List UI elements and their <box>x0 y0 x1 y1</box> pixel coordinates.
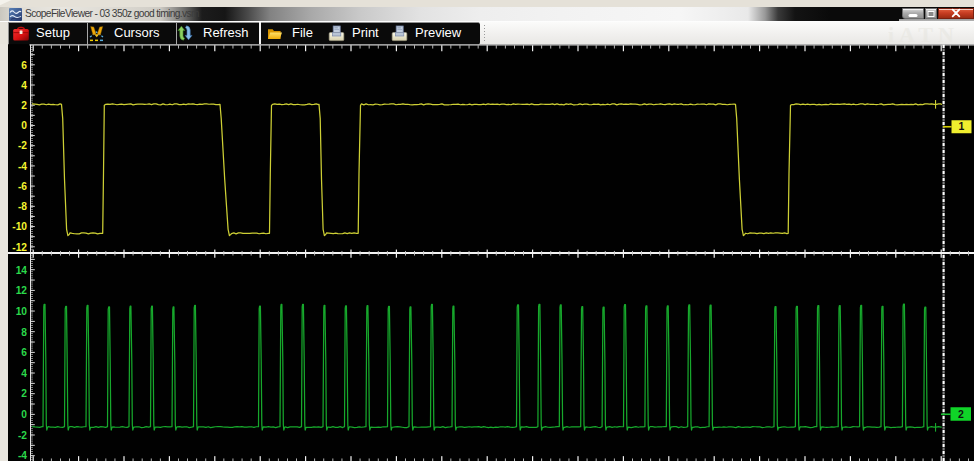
svg-text:1: 1 <box>959 120 965 132</box>
svg-text:4: 4 <box>21 79 27 90</box>
svg-text:0: 0 <box>21 120 27 131</box>
svg-text:-2: -2 <box>18 140 27 151</box>
svg-text:8: 8 <box>21 326 27 337</box>
svg-text:-2: -2 <box>18 429 27 440</box>
svg-text:12: 12 <box>16 285 28 296</box>
svg-text:-8: -8 <box>18 201 27 212</box>
svg-text:2: 2 <box>21 100 27 111</box>
svg-text:2: 2 <box>958 407 964 419</box>
svg-text:10: 10 <box>16 305 28 316</box>
svg-text:-4: -4 <box>18 160 27 171</box>
svg-text:14: 14 <box>16 264 28 275</box>
svg-text:-6: -6 <box>18 180 27 191</box>
svg-text:6: 6 <box>21 59 27 70</box>
svg-text:-4: -4 <box>18 450 27 461</box>
svg-text:-10: -10 <box>12 221 27 232</box>
svg-text:2: 2 <box>21 388 27 399</box>
svg-text:6: 6 <box>21 347 27 358</box>
svg-text:0: 0 <box>21 409 27 420</box>
svg-text:-12: -12 <box>12 241 27 252</box>
svg-text:4: 4 <box>21 367 27 378</box>
